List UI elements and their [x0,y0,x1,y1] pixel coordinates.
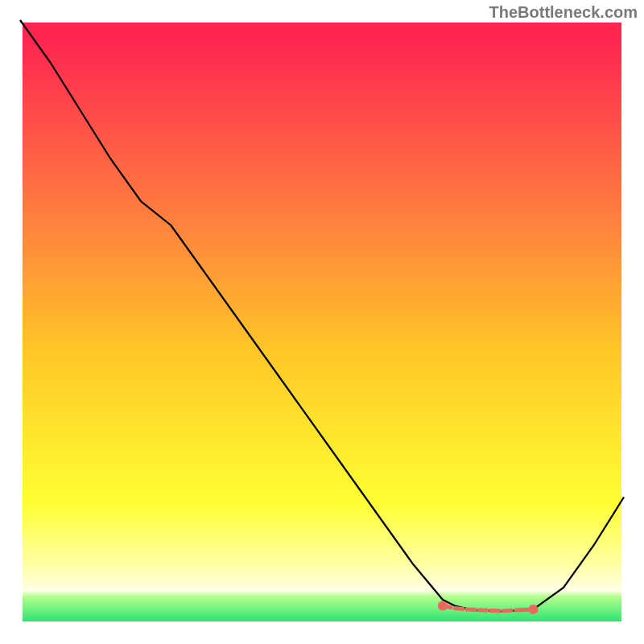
plot-background [20,20,624,624]
marker-dot [529,605,539,614]
attribution-label: TheBottleneck.com [489,3,638,22]
marker-segment [503,610,522,611]
marker-dot [438,601,448,611]
bottleneck-chart: TheBottleneck.com [0,0,644,644]
plot-svg [0,0,644,644]
plot-area [20,20,624,624]
